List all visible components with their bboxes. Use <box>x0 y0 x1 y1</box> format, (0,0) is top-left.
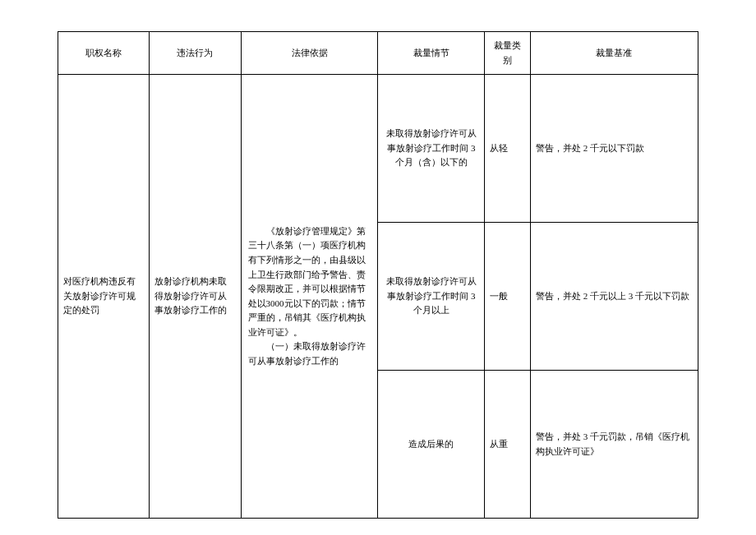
header-standard: 裁量基准 <box>530 32 698 75</box>
cell-category: 从轻 <box>485 75 531 223</box>
cell-authority: 对医疗机构违反有关放射诊疗许可规定的处罚 <box>58 75 150 519</box>
header-category: 裁量类别 <box>485 32 531 75</box>
cell-standard: 警告，并处 2 千元以下罚款 <box>530 75 698 223</box>
cell-circumstance: 未取得放射诊疗许可从事放射诊疗工作时间 3 个月（含）以下的 <box>378 75 485 223</box>
cell-violation: 放射诊疗机构未取得放射诊疗许可从事放射诊疗工作的 <box>150 75 241 519</box>
table-row: 对医疗机构违反有关放射诊疗许可规定的处罚 放射诊疗机构未取得放射诊疗许可从事放射… <box>58 75 698 223</box>
header-violation: 违法行为 <box>150 32 241 75</box>
cell-circumstance: 未取得放射诊疗许可从事放射诊疗工作时间 3 个月以上 <box>378 223 485 371</box>
cell-category: 一般 <box>485 223 531 371</box>
header-authority: 职权名称 <box>58 32 150 75</box>
discretion-table: 职权名称 违法行为 法律依据 裁量情节 裁量类别 裁量基准 对医疗机构违反有关放… <box>58 31 698 519</box>
cell-standard: 警告，并处 2 千元以上 3 千元以下罚款 <box>530 223 698 371</box>
cell-standard: 警告，并处 3 千元罚款，吊销《医疗机构执业许可证》 <box>530 371 698 519</box>
cell-circumstance: 造成后果的 <box>378 371 485 519</box>
cell-category: 从重 <box>485 371 531 519</box>
header-circumstance: 裁量情节 <box>378 32 485 75</box>
cell-legal-basis: 《放射诊疗管理规定》第三十八条第（一）项医疗机构有下列情形之一的，由县级以上卫生… <box>241 75 378 519</box>
header-row: 职权名称 违法行为 法律依据 裁量情节 裁量类别 裁量基准 <box>58 32 698 75</box>
header-legal-basis: 法律依据 <box>241 32 378 75</box>
